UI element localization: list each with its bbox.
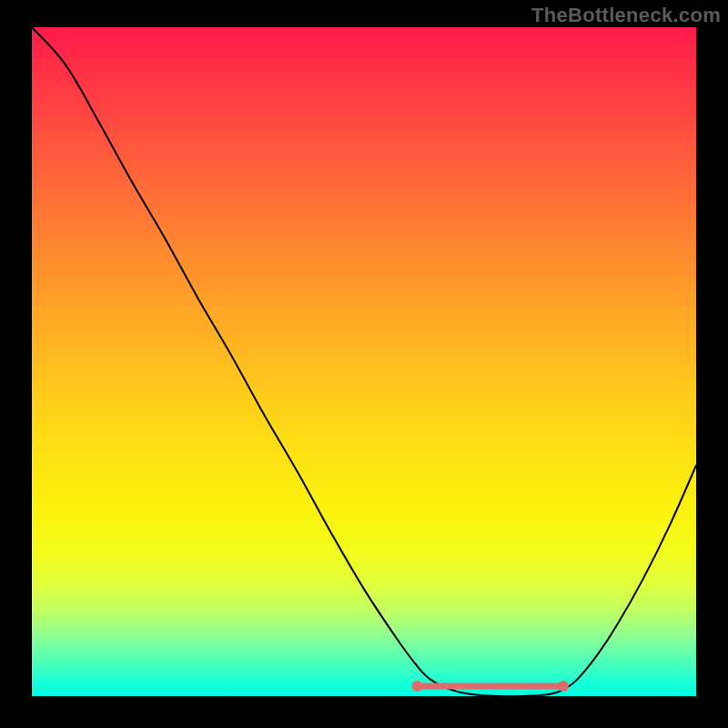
chart-container: TheBottleneck.com	[0, 0, 728, 728]
highlight-start-dot	[411, 681, 422, 692]
highlight-end-dot	[558, 681, 569, 692]
curve-svg	[32, 27, 696, 696]
bottleneck-curve	[32, 27, 696, 696]
plot-area	[32, 27, 696, 696]
watermark: TheBottleneck.com	[531, 4, 721, 27]
